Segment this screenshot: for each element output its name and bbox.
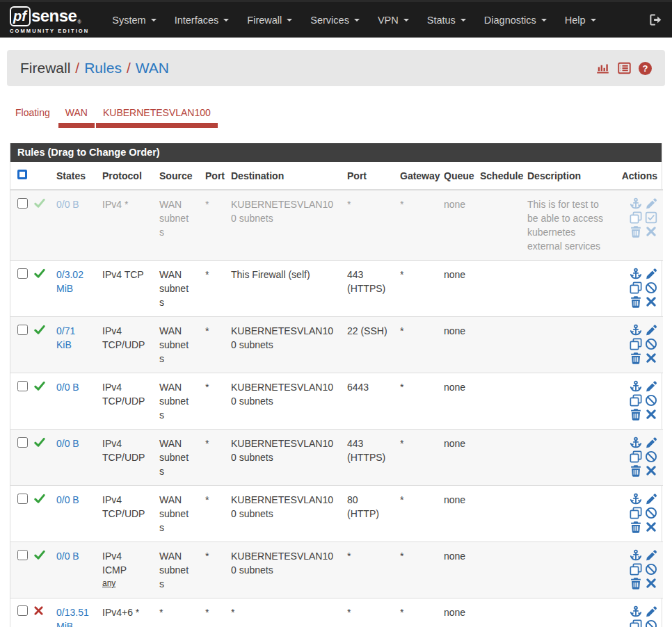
- anchor-icon[interactable]: [630, 324, 642, 336]
- tab-wan[interactable]: WAN: [58, 104, 95, 128]
- states-link[interactable]: 0/0 B: [56, 551, 79, 562]
- trash-icon[interactable]: [630, 352, 642, 364]
- row-checkbox[interactable]: [17, 437, 28, 448]
- gateway-value: *: [393, 317, 437, 373]
- source-port-value: *: [198, 261, 224, 317]
- copy-icon[interactable]: [630, 507, 642, 519]
- trash-icon[interactable]: [630, 464, 642, 477]
- row-actions: [627, 268, 657, 308]
- enable-icon[interactable]: [645, 211, 657, 224]
- trash-icon[interactable]: [630, 577, 642, 589]
- gateway-value: *: [393, 373, 437, 430]
- edit-icon[interactable]: [645, 549, 657, 562]
- times-icon[interactable]: [645, 408, 657, 421]
- nav-item-vpn[interactable]: VPN: [369, 9, 418, 31]
- pass-icon: [33, 324, 46, 335]
- chart-bar-icon[interactable]: [595, 61, 610, 75]
- description-value: [520, 542, 614, 598]
- rules-table: States Protocol Source Port Destination …: [10, 162, 663, 627]
- trash-icon[interactable]: [630, 225, 642, 238]
- row-actions: [627, 437, 657, 477]
- anchor-icon[interactable]: [630, 605, 642, 618]
- copy-icon[interactable]: [630, 338, 642, 350]
- edit-icon[interactable]: [645, 197, 657, 210]
- rule-row: 0/0 B IPv4 TCP/UDP WAN subnets * KUBERNE…: [10, 486, 663, 542]
- times-icon[interactable]: [645, 521, 657, 533]
- dest-port-value: 443 (HTTPS): [340, 430, 393, 486]
- row-checkbox[interactable]: [17, 198, 28, 209]
- ban-icon[interactable]: [645, 507, 657, 519]
- nav-item-system[interactable]: System: [103, 9, 165, 31]
- row-checkbox[interactable]: [17, 325, 28, 335]
- states-link[interactable]: 0/0 B: [56, 199, 79, 210]
- nav-item-firewall[interactable]: Firewall: [238, 9, 301, 31]
- ban-icon[interactable]: [645, 450, 657, 463]
- nav-item-help[interactable]: Help: [556, 9, 605, 31]
- ban-icon[interactable]: [645, 563, 657, 576]
- source-port-value: *: [198, 430, 224, 486]
- times-icon[interactable]: [645, 577, 657, 589]
- row-checkbox[interactable]: [17, 268, 28, 279]
- row-checkbox[interactable]: [17, 605, 28, 616]
- rule-row: 0/0 B IPv4 TCP/UDP WAN subnets * KUBERNE…: [10, 430, 663, 486]
- edit-icon[interactable]: [645, 380, 657, 393]
- nav-item-services[interactable]: Services: [301, 9, 369, 31]
- times-icon[interactable]: [645, 295, 657, 308]
- edit-icon[interactable]: [645, 324, 657, 336]
- col-dest-port: Port: [340, 162, 393, 190]
- anchor-icon[interactable]: [630, 197, 642, 210]
- edit-icon[interactable]: [645, 268, 657, 280]
- nav-item-diagnostics[interactable]: Diagnostics: [475, 9, 556, 31]
- edit-icon[interactable]: [645, 605, 657, 618]
- log-icon[interactable]: [617, 61, 632, 75]
- copy-icon[interactable]: [630, 619, 642, 627]
- ban-icon[interactable]: [645, 282, 657, 294]
- states-link[interactable]: 0/13.51 MiB: [56, 607, 89, 627]
- sign-out-icon[interactable]: [649, 13, 662, 26]
- times-icon[interactable]: [645, 352, 657, 364]
- trash-icon[interactable]: [630, 521, 642, 533]
- edit-icon[interactable]: [645, 437, 657, 449]
- trash-icon[interactable]: [630, 295, 642, 308]
- anchor-icon[interactable]: [630, 380, 642, 393]
- ban-icon[interactable]: [645, 619, 657, 627]
- help-icon[interactable]: ?: [639, 62, 652, 75]
- ban-icon[interactable]: [645, 338, 657, 350]
- source-port-value: *: [198, 598, 224, 627]
- row-checkbox[interactable]: [17, 494, 28, 504]
- source-port-value: *: [198, 542, 224, 598]
- copy-icon[interactable]: [630, 282, 642, 294]
- anchor-icon[interactable]: [630, 268, 642, 280]
- row-actions: [627, 493, 657, 533]
- states-link[interactable]: 0/0 B: [56, 494, 79, 505]
- select-all-checkbox[interactable]: [17, 170, 27, 179]
- trash-icon[interactable]: [630, 408, 642, 421]
- nav-item-interfaces[interactable]: Interfaces: [166, 9, 239, 31]
- pass-icon: [33, 380, 46, 391]
- row-checkbox[interactable]: [17, 381, 28, 391]
- states-link[interactable]: 0/3.02 MiB: [56, 269, 83, 294]
- times-icon[interactable]: [645, 225, 657, 238]
- ban-icon[interactable]: [645, 394, 657, 407]
- states-link[interactable]: 0/0 B: [56, 382, 79, 393]
- pfsense-logo[interactable]: pfsense® COMMUNITY EDITION: [10, 6, 89, 34]
- nav-item-status[interactable]: Status: [418, 9, 475, 31]
- tab-floating[interactable]: Floating: [8, 104, 57, 128]
- times-icon[interactable]: [645, 464, 657, 477]
- queue-value: none: [437, 598, 473, 627]
- breadcrumb-link-wan[interactable]: WAN: [136, 60, 169, 76]
- breadcrumb-link-rules[interactable]: Rules: [84, 60, 122, 76]
- copy-icon[interactable]: [630, 211, 642, 224]
- states-link[interactable]: 0/71 KiB: [56, 325, 75, 350]
- copy-icon[interactable]: [630, 394, 642, 407]
- copy-icon[interactable]: [630, 563, 642, 576]
- states-link[interactable]: 0/0 B: [56, 438, 79, 449]
- copy-icon[interactable]: [630, 450, 642, 463]
- anchor-icon[interactable]: [630, 493, 642, 505]
- anchor-icon[interactable]: [630, 549, 642, 562]
- row-checkbox[interactable]: [17, 550, 28, 560]
- tab-kubernetesvlan100[interactable]: KUBERNETESVLAN100: [96, 104, 218, 128]
- edit-icon[interactable]: [645, 493, 657, 505]
- rules-panel: Rules (Drag to Change Order) States Prot…: [10, 143, 662, 627]
- anchor-icon[interactable]: [630, 437, 642, 449]
